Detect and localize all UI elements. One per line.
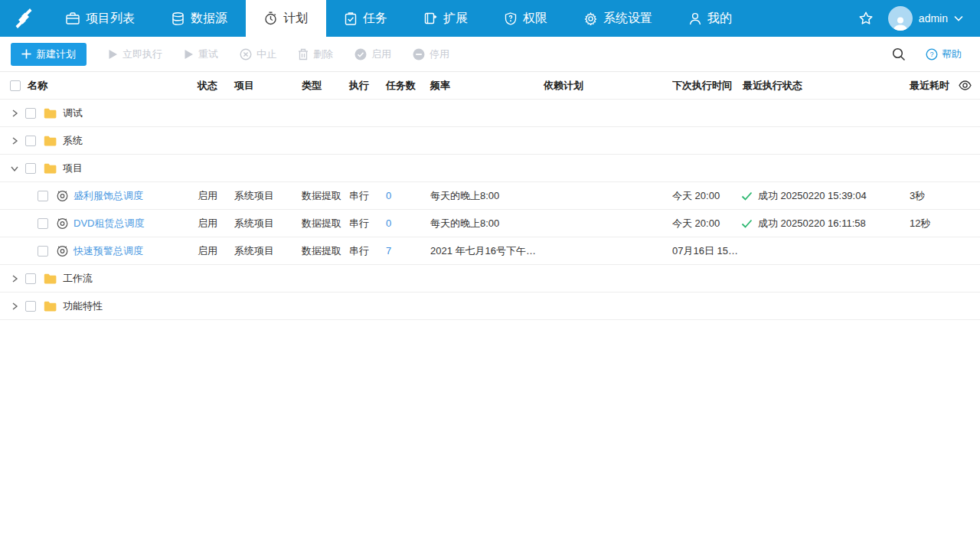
folder-name-label[interactable]: 项目: [63, 162, 83, 175]
plan-name-cell: 快速预警总调度: [0, 244, 193, 258]
plan-name-cell: 盛利服饰总调度: [0, 189, 193, 203]
help-button[interactable]: ? 帮助: [926, 47, 962, 61]
play-icon: [184, 49, 194, 60]
folder-name-cell: 系统: [0, 134, 193, 148]
nav-tab-label: 计划: [283, 11, 308, 27]
s-logo-icon[interactable]: [0, 0, 47, 37]
column-header-frequency: 频率: [426, 79, 539, 93]
next-time-cell: 今天 20:00: [668, 189, 738, 203]
retry-button[interactable]: 重试: [184, 47, 218, 61]
row-checkbox[interactable]: [25, 273, 36, 284]
column-header-next-time: 下次执行时间: [668, 79, 738, 93]
schedule-clock-icon: [56, 244, 69, 257]
schedule-clock-icon: [56, 217, 69, 230]
row-checkbox[interactable]: [25, 163, 36, 174]
check-circle-icon: [354, 48, 367, 60]
table-row[interactable]: 快速预警总调度 启用 系统项目 数据提取 串行 7 2021 年七月16号下午3…: [0, 237, 980, 265]
folder-name-label[interactable]: 功能特性: [63, 299, 103, 313]
select-all-checkbox[interactable]: [10, 80, 21, 91]
chevron-right-icon[interactable]: [10, 274, 19, 283]
folder-name-label[interactable]: 系统: [63, 134, 83, 148]
nav-tab-1[interactable]: 数据源: [153, 0, 246, 37]
row-checkbox[interactable]: [25, 136, 36, 146]
nav-tab-label: 数据源: [191, 11, 227, 27]
duration-cell: 12秒: [905, 217, 949, 230]
status-cell: 启用: [193, 217, 230, 230]
search-button[interactable]: [892, 47, 906, 61]
shield-question-icon: [505, 12, 517, 25]
nav-tab-4[interactable]: 扩展: [406, 0, 486, 37]
plus-icon: [21, 49, 31, 59]
plan-name-link[interactable]: DVD租赁总调度: [74, 217, 144, 230]
disable-button[interactable]: 停用: [413, 47, 449, 61]
exec-cell: 串行: [345, 189, 381, 203]
next-time-cell: 今天 20:00: [668, 217, 738, 230]
chevron-down-icon: [954, 15, 963, 21]
eye-icon: [959, 80, 972, 90]
column-visibility-toggle[interactable]: [949, 80, 980, 90]
task-count-link[interactable]: 7: [386, 245, 391, 257]
last-status-label: 成功 20250220 16:11:58: [758, 217, 866, 230]
table-row[interactable]: 功能特性: [0, 293, 980, 320]
table-row[interactable]: 调试: [0, 100, 980, 127]
column-header-type: 类型: [297, 79, 345, 93]
folder-name-cell: 项目: [0, 162, 193, 175]
row-checkbox[interactable]: [25, 301, 36, 312]
run-now-button[interactable]: 立即执行: [108, 47, 162, 61]
user-menu[interactable]: admin: [888, 6, 963, 31]
row-checkbox[interactable]: [38, 191, 48, 201]
table-row[interactable]: 项目: [0, 155, 980, 182]
username-label: admin: [919, 12, 948, 25]
folder-name-label[interactable]: 调试: [63, 106, 83, 120]
task-count-link[interactable]: 0: [386, 190, 391, 201]
plan-name-link[interactable]: 盛利服饰总调度: [74, 189, 143, 203]
frequency-cell: 每天的晚上8:00: [426, 217, 539, 230]
user-icon: [689, 12, 701, 25]
nav-tab-6[interactable]: 系统设置: [566, 0, 671, 37]
nav-tab-label: 任务: [363, 11, 387, 27]
table-row[interactable]: 系统: [0, 127, 980, 155]
delete-button[interactable]: 删除: [298, 47, 333, 61]
nav-tab-7[interactable]: 我的: [671, 0, 750, 37]
chevron-right-icon[interactable]: [10, 109, 19, 118]
folder-icon: [44, 108, 57, 119]
enable-button[interactable]: 启用: [354, 47, 391, 61]
next-time-cell: 07月16日 15:...: [668, 244, 738, 258]
status-cell: 启用: [193, 244, 230, 258]
table-row[interactable]: 盛利服饰总调度 启用 系统项目 数据提取 串行 0 每天的晚上8:00 今天 2…: [0, 182, 980, 210]
briefcase-icon: [66, 12, 80, 25]
chevron-right-icon[interactable]: [10, 136, 19, 145]
nav-tab-2[interactable]: 计划: [246, 0, 326, 37]
folder-icon: [44, 136, 57, 146]
folder-icon: [44, 273, 57, 284]
top-nav: 项目列表数据源计划任务扩展权限系统设置我的 admin: [0, 0, 980, 37]
favorite-star-icon[interactable]: [858, 10, 874, 27]
header-name-cell: 名称: [0, 79, 193, 93]
nav-right: admin: [858, 6, 980, 31]
success-check-icon: [741, 191, 753, 201]
table-row[interactable]: 工作流: [0, 265, 980, 293]
play-icon: [108, 49, 118, 60]
table-row[interactable]: DVD租赁总调度 启用 系统项目 数据提取 串行 0 每天的晚上8:00 今天 …: [0, 210, 980, 237]
success-check-icon: [741, 219, 753, 228]
chevron-right-icon[interactable]: [10, 302, 19, 311]
folder-name-label[interactable]: 工作流: [63, 272, 93, 286]
abort-button[interactable]: 中止: [240, 47, 276, 61]
folder-name-cell: 功能特性: [0, 299, 193, 313]
stopwatch-icon: [264, 11, 277, 25]
nav-tab-5[interactable]: 权限: [486, 0, 566, 37]
nav-tab-0[interactable]: 项目列表: [47, 0, 153, 37]
row-checkbox[interactable]: [38, 218, 48, 229]
folder-icon: [44, 301, 57, 312]
new-plan-button[interactable]: 新建计划: [11, 43, 87, 66]
plan-name-link[interactable]: 快速预警总调度: [74, 244, 143, 258]
trash-icon: [298, 48, 309, 60]
task-count-link[interactable]: 0: [386, 217, 391, 229]
avatar[interactable]: [888, 6, 913, 31]
nav-tab-3[interactable]: 任务: [326, 0, 406, 37]
last-status-label: 成功 20250220 15:39:04: [758, 189, 867, 203]
chevron-down-icon[interactable]: [10, 164, 19, 173]
row-checkbox[interactable]: [25, 108, 36, 119]
row-checkbox[interactable]: [38, 246, 48, 257]
project-cell: 系统项目: [230, 217, 297, 230]
